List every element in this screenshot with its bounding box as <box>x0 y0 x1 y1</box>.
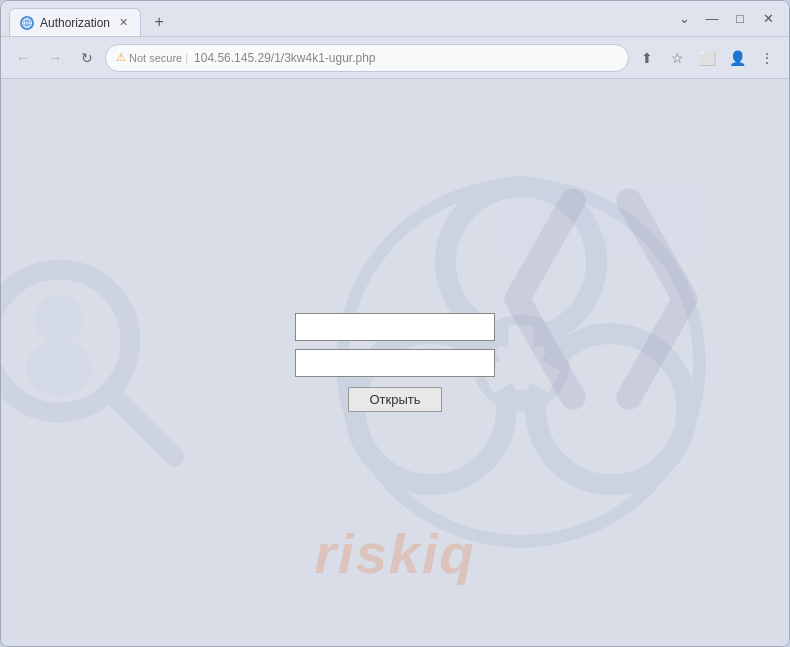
username-input[interactable] <box>295 313 495 341</box>
svg-line-5 <box>114 396 175 457</box>
login-form: Открыть <box>295 313 495 412</box>
logo-watermark <box>489 159 769 439</box>
share-button[interactable]: ⬆ <box>633 44 661 72</box>
svg-point-6 <box>35 294 83 342</box>
title-close-button[interactable]: ✕ <box>755 6 781 32</box>
menu-button[interactable]: ⋮ <box>753 44 781 72</box>
back-button[interactable]: ← <box>9 44 37 72</box>
bookmark-button[interactable]: ☆ <box>663 44 691 72</box>
svg-point-7 <box>26 341 92 396</box>
nav-bar-actions: ⬆ ☆ ⬜ 👤 ⋮ <box>633 44 781 72</box>
url-display: 104.56.145.29/1/3kw4k1-ugur.php <box>194 51 375 65</box>
tab-search-button[interactable]: ⬜ <box>693 44 721 72</box>
url-separator: | <box>185 52 188 64</box>
page-content: riskiq Открыть <box>1 79 789 646</box>
not-secure-label: Not secure <box>129 52 182 64</box>
new-tab-button[interactable]: + <box>145 8 173 36</box>
tabs-area: Authorization ✕ + <box>9 1 671 36</box>
browser-window: Authorization ✕ + ⌄ — □ ✕ ← → ↻ ⚠ Not se… <box>0 0 790 647</box>
tab-favicon <box>20 16 34 30</box>
magnify-watermark <box>1 253 191 473</box>
tab-close-button[interactable]: ✕ <box>116 16 130 30</box>
title-bar: Authorization ✕ + ⌄ — □ ✕ <box>1 1 789 37</box>
warning-icon: ⚠ <box>116 51 126 64</box>
nav-bar: ← → ↻ ⚠ Not secure | 104.56.145.29/1/3kw… <box>1 37 789 79</box>
title-minimize-button[interactable]: — <box>699 6 725 32</box>
active-tab[interactable]: Authorization ✕ <box>9 8 141 36</box>
reload-button[interactable]: ↻ <box>73 44 101 72</box>
profile-button[interactable]: 👤 <box>723 44 751 72</box>
not-secure-indicator: ⚠ Not secure | <box>116 51 188 64</box>
title-bar-actions: ⌄ — □ ✕ <box>671 6 781 32</box>
address-bar[interactable]: ⚠ Not secure | 104.56.145.29/1/3kw4k1-ug… <box>105 44 629 72</box>
password-input[interactable] <box>295 349 495 377</box>
riskiq-watermark: riskiq <box>314 521 475 586</box>
tab-title: Authorization <box>40 16 110 30</box>
submit-button[interactable]: Открыть <box>348 387 441 412</box>
forward-button[interactable]: → <box>41 44 69 72</box>
title-maximize-button[interactable]: □ <box>727 6 753 32</box>
title-chevron-down-button[interactable]: ⌄ <box>671 6 697 32</box>
